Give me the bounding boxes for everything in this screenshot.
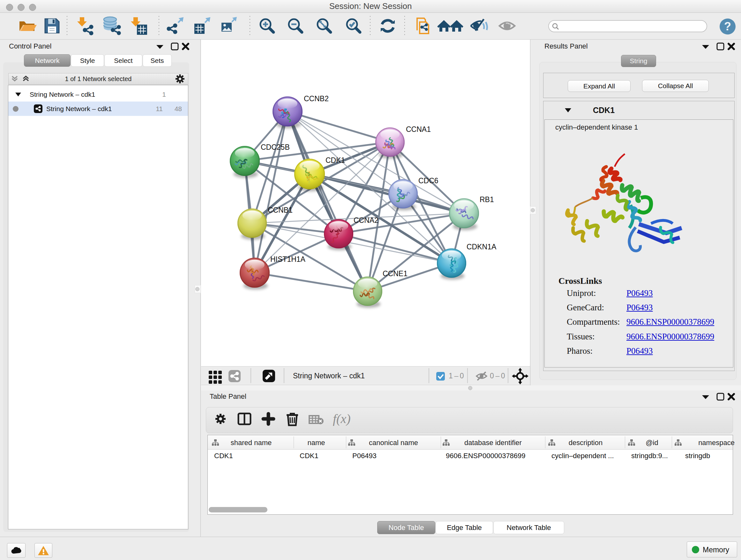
svg-text:String Network – cdk1: String Network – cdk1 <box>293 372 365 380</box>
svg-text:CCNE1: CCNE1 <box>383 269 408 278</box>
svg-text:CCNB2: CCNB2 <box>304 95 329 103</box>
svg-text:HIST1H1A: HIST1H1A <box>270 255 306 263</box>
svg-text:CDC6: CDC6 <box>418 177 439 185</box>
svg-text:?: ? <box>724 20 731 33</box>
svg-text:CDK1: CDK1 <box>326 156 345 165</box>
svg-text:CCNB1: CCNB1 <box>268 206 293 214</box>
svg-text:RB1: RB1 <box>480 195 494 204</box>
svg-text:CDC25B: CDC25B <box>261 143 290 151</box>
svg-text:0 – 0: 0 – 0 <box>490 372 505 380</box>
svg-text:1 – 0: 1 – 0 <box>449 372 464 380</box>
svg-text:f(x): f(x) <box>333 412 351 426</box>
svg-text:CCNA2: CCNA2 <box>354 216 379 225</box>
svg-text:CDKN1A: CDKN1A <box>467 243 496 251</box>
svg-text:CCNA1: CCNA1 <box>406 125 431 133</box>
